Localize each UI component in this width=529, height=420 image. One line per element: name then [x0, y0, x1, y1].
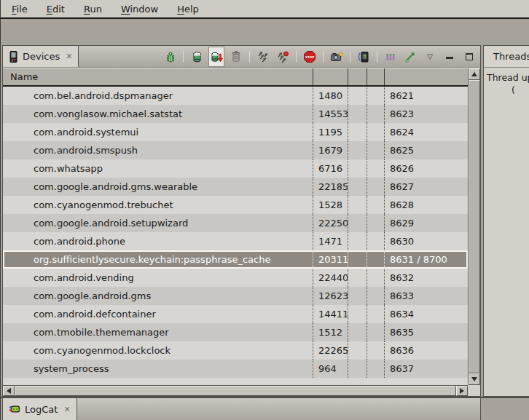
- cell-port: 8629: [384, 214, 468, 232]
- menu-help[interactable]: Help: [168, 4, 208, 15]
- cell-pid: 20311: [313, 250, 348, 269]
- debug-process-icon[interactable]: [162, 48, 178, 66]
- horizontal-scrollbar[interactable]: [3, 385, 468, 396]
- table-row[interactable]: com.google.android.gms126238633: [3, 287, 468, 305]
- cell-empty: [367, 159, 384, 178]
- scroll-left-button[interactable]: [3, 386, 15, 396]
- device-table-header[interactable]: Name: [3, 68, 468, 87]
- table-row[interactable]: com.vonglasow.michael.satstat145538623: [3, 105, 468, 123]
- minimize-icon[interactable]: [442, 48, 458, 66]
- threads-message-line1: Thread up: [487, 71, 526, 84]
- cell-empty: [367, 360, 384, 378]
- menu-file[interactable]: File: [2, 4, 37, 15]
- table-row[interactable]: system_process9648637: [3, 360, 468, 378]
- tab-devices-close-icon[interactable]: ✕: [66, 52, 72, 61]
- cell-empty: [348, 141, 367, 159]
- column-header-status1[interactable]: [348, 68, 367, 85]
- cell-empty: [348, 159, 367, 178]
- cell-pid: 964: [313, 360, 348, 378]
- table-row[interactable]: com.whatsapp67168626: [3, 159, 468, 178]
- scroll-down-button[interactable]: [469, 373, 480, 385]
- cell-name: com.android.phone: [3, 232, 313, 250]
- table-row[interactable]: com.tmobile.thememanager15128635: [3, 323, 468, 341]
- vertical-scrollbar-thumb[interactable]: [469, 80, 480, 373]
- tab-devices[interactable]: Devices ✕: [3, 46, 79, 67]
- toolbar-separator: [377, 51, 377, 63]
- capture-device-icon[interactable]: [356, 48, 372, 66]
- cell-name: system_process: [3, 360, 313, 378]
- toolbar-separator: [323, 51, 324, 63]
- table-row[interactable]: com.cyanogenmod.trebuchet15288628: [3, 196, 468, 214]
- cell-empty: [348, 250, 367, 269]
- cell-port: 8623: [384, 105, 468, 123]
- column-header-status2[interactable]: [367, 68, 384, 85]
- scroll-right-button[interactable]: [456, 386, 468, 396]
- cell-port: 8631 / 8700: [384, 250, 468, 269]
- table-row[interactable]: com.google.android.gms.wearable221858627: [3, 178, 468, 196]
- menu-bar: File Edit Run Window Help: [1, 0, 529, 19]
- opengl-trace-icon[interactable]: [402, 48, 418, 66]
- systrace-icon[interactable]: [383, 48, 399, 66]
- cell-empty: [348, 269, 367, 287]
- column-header-pid[interactable]: [313, 68, 348, 85]
- tab-threads[interactable]: Threads: [484, 46, 529, 67]
- cell-port: 8630: [384, 232, 468, 250]
- maximize-icon[interactable]: [461, 48, 477, 66]
- table-row-selected[interactable]: org.sufficientlysecure.keychain:passphra…: [3, 250, 468, 269]
- tab-logcat-close-icon[interactable]: ✕: [63, 405, 70, 414]
- cell-name: com.vonglasow.michael.satstat: [3, 105, 313, 123]
- cell-name: com.tmobile.thememanager: [3, 323, 313, 341]
- table-row[interactable]: com.cyanogenmod.lockclock222658636: [3, 341, 468, 360]
- table-row[interactable]: com.android.defcontainer144118634: [3, 305, 468, 323]
- scroll-up-button[interactable]: [469, 68, 480, 80]
- horizontal-scrollbar-thumb[interactable]: [15, 386, 456, 396]
- table-row[interactable]: com.google.android.setupwizard222508629: [3, 214, 468, 232]
- table-row[interactable]: com.android.vending224408632: [3, 269, 468, 287]
- cell-empty: [348, 87, 367, 105]
- table-row[interactable]: com.android.phone14718630: [3, 232, 468, 250]
- dump-hprof-icon[interactable]: [208, 47, 224, 67]
- cell-pid: 1195: [313, 123, 348, 141]
- vertical-scrollbar[interactable]: [468, 68, 480, 385]
- table-row[interactable]: com.android.smspush16798625: [3, 141, 468, 159]
- cell-empty: [348, 287, 367, 305]
- bottom-bar: LogCat ✕: [1, 397, 529, 420]
- cause-gc-icon[interactable]: [228, 48, 244, 66]
- view-menu-icon[interactable]: ▽: [422, 48, 438, 66]
- cell-empty: [367, 305, 384, 323]
- cell-empty: [348, 214, 367, 232]
- menu-run[interactable]: Run: [74, 4, 111, 15]
- cell-port: 8628: [384, 196, 468, 214]
- tab-logcat-label: LogCat: [25, 404, 58, 415]
- menu-edit[interactable]: Edit: [37, 4, 74, 15]
- table-row[interactable]: com.bel.android.dspmanager14808621: [3, 87, 468, 105]
- cell-empty: [348, 178, 367, 196]
- devices-panel: Devices ✕: [2, 45, 481, 397]
- toolbar-separator: [296, 51, 297, 63]
- cell-empty: [348, 323, 367, 341]
- threads-tabbar: Threads: [484, 46, 529, 68]
- cell-pid: 22440: [313, 269, 348, 287]
- table-row[interactable]: com.android.systemui11958624: [3, 123, 468, 141]
- device-table-body: com.bel.android.dspmanager14808621com.vo…: [3, 87, 468, 385]
- start-method-profiling-icon[interactable]: [275, 48, 291, 66]
- cell-pid: 1480: [313, 87, 348, 105]
- cell-port: 8637: [384, 360, 468, 378]
- screen-capture-icon[interactable]: [329, 48, 345, 66]
- cell-empty: [367, 196, 384, 214]
- threads-message-line2: (: [487, 84, 526, 96]
- ddms-window: File Edit Run Window Help Devices ✕: [0, 0, 529, 420]
- update-threads-icon[interactable]: [255, 48, 271, 66]
- down-arrow-icon: [471, 377, 477, 381]
- stop-process-icon[interactable]: STOP: [302, 48, 318, 66]
- up-arrow-icon: [471, 72, 477, 76]
- tab-logcat[interactable]: LogCat ✕: [3, 398, 77, 420]
- update-heap-icon[interactable]: [189, 48, 205, 66]
- cell-name: com.google.android.gms.wearable: [3, 178, 313, 196]
- cell-empty: [348, 196, 367, 214]
- toolbar-separator: [183, 51, 184, 63]
- cell-pid: 6716: [313, 159, 348, 178]
- column-header-port[interactable]: [384, 68, 468, 85]
- column-header-name[interactable]: Name: [3, 68, 313, 85]
- menu-window[interactable]: Window: [111, 4, 168, 15]
